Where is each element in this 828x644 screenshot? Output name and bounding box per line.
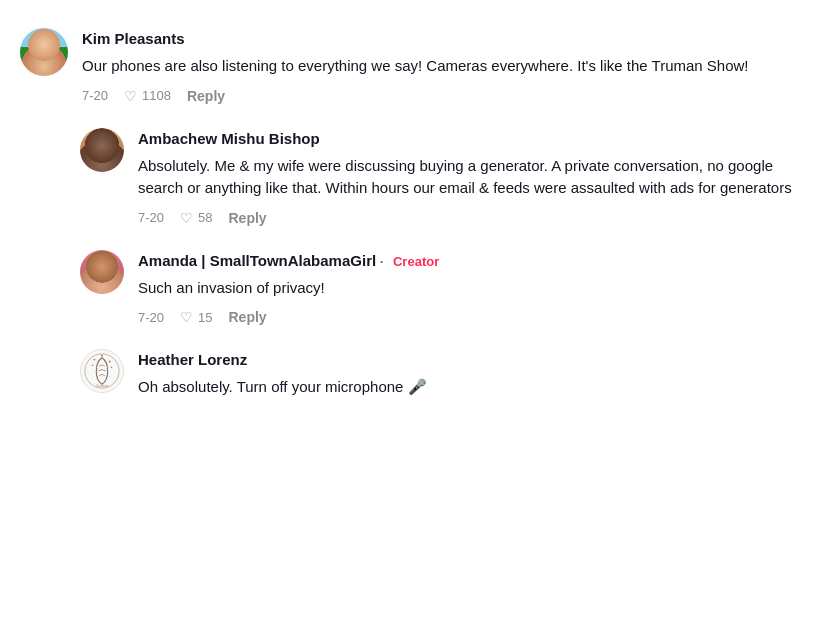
comment-thread: Kim Pleasants Our phones are also listen… [20, 16, 808, 411]
avatar-amanda [80, 250, 124, 294]
svg-point-0 [85, 354, 119, 388]
like-count-kim: 1108 [142, 88, 171, 103]
comment-meta-ambachew: 7-20 ♡ 58 Reply [138, 210, 808, 226]
creator-badge: Creator [393, 254, 439, 269]
like-section-ambachew: ♡ 58 [180, 210, 212, 226]
comment-ambachew: Ambachew Mishu Bishop Absolutely. Me & m… [20, 116, 808, 238]
heather-logo-svg: Creations [83, 352, 121, 390]
date-kim: 7-20 [82, 88, 108, 103]
heart-icon-ambachew[interactable]: ♡ [180, 210, 193, 226]
svg-point-5 [101, 355, 103, 357]
username-ambachew: Ambachew Mishu Bishop [138, 128, 808, 149]
username-heather: Heather Lorenz [138, 349, 808, 370]
avatar-ambachew [80, 128, 124, 172]
comment-text-heather: Oh absolutely. Turn off your microphone … [138, 376, 808, 399]
comment-meta-kim: 7-20 ♡ 1108 Reply [82, 88, 808, 104]
svg-text:Creations: Creations [96, 384, 109, 388]
reply-button-kim[interactable]: Reply [187, 88, 225, 104]
reply-button-ambachew[interactable]: Reply [229, 210, 267, 226]
svg-point-2 [111, 367, 113, 369]
svg-point-1 [109, 361, 111, 363]
like-section-kim: ♡ 1108 [124, 88, 171, 104]
avatar-kim [20, 28, 68, 76]
comment-heather: Creations Heather Lorenz Oh absolutely. … [20, 337, 808, 411]
avatar-heather: Creations [80, 349, 124, 393]
svg-point-3 [93, 359, 95, 361]
comment-content-amanda: Amanda | SmallTownAlabamaGirl · Creator … [138, 250, 808, 326]
heart-icon-amanda[interactable]: ♡ [180, 309, 193, 325]
comment-text-kim: Our phones are also listening to everyth… [82, 55, 808, 78]
svg-point-4 [92, 365, 94, 367]
comment-meta-amanda: 7-20 ♡ 15 Reply [138, 309, 808, 325]
date-ambachew: 7-20 [138, 210, 164, 225]
like-count-ambachew: 58 [198, 210, 212, 225]
reply-button-amanda[interactable]: Reply [229, 309, 267, 325]
dot-separator: · [376, 254, 387, 269]
comment-text-amanda: Such an invasion of privacy! [138, 277, 808, 300]
like-count-amanda: 15 [198, 310, 212, 325]
comment-content-heather: Heather Lorenz Oh absolutely. Turn off y… [138, 349, 808, 399]
comment-kim: Kim Pleasants Our phones are also listen… [20, 16, 808, 116]
heart-icon-kim[interactable]: ♡ [124, 88, 137, 104]
comment-content-kim: Kim Pleasants Our phones are also listen… [82, 28, 808, 104]
username-amanda: Amanda | SmallTownAlabamaGirl · Creator [138, 250, 808, 271]
comment-amanda: Amanda | SmallTownAlabamaGirl · Creator … [20, 238, 808, 338]
date-amanda: 7-20 [138, 310, 164, 325]
username-kim: Kim Pleasants [82, 28, 808, 49]
like-section-amanda: ♡ 15 [180, 309, 212, 325]
comment-content-ambachew: Ambachew Mishu Bishop Absolutely. Me & m… [138, 128, 808, 226]
comment-text-ambachew: Absolutely. Me & my wife were discussing… [138, 155, 808, 200]
